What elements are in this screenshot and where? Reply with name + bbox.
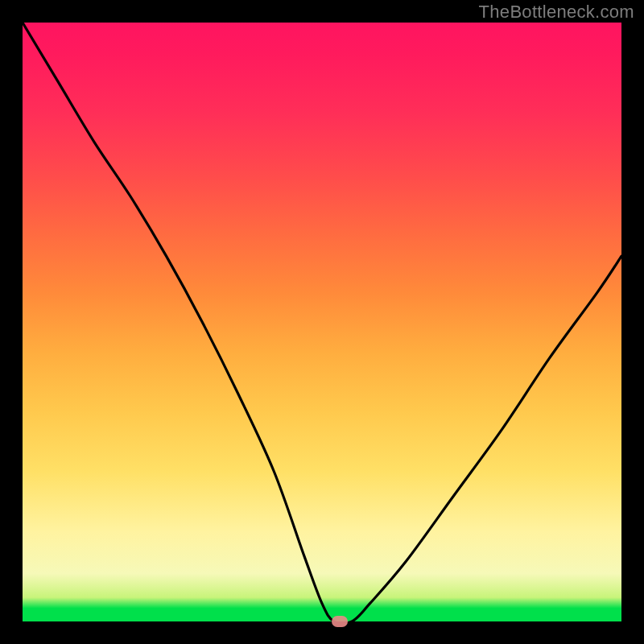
optimal-point-marker [332, 616, 348, 627]
plot-area [23, 23, 621, 621]
curve-path [23, 23, 621, 624]
bottleneck-curve [23, 23, 621, 621]
watermark-text: TheBottleneck.com [479, 2, 634, 23]
chart-frame: TheBottleneck.com [0, 0, 644, 644]
